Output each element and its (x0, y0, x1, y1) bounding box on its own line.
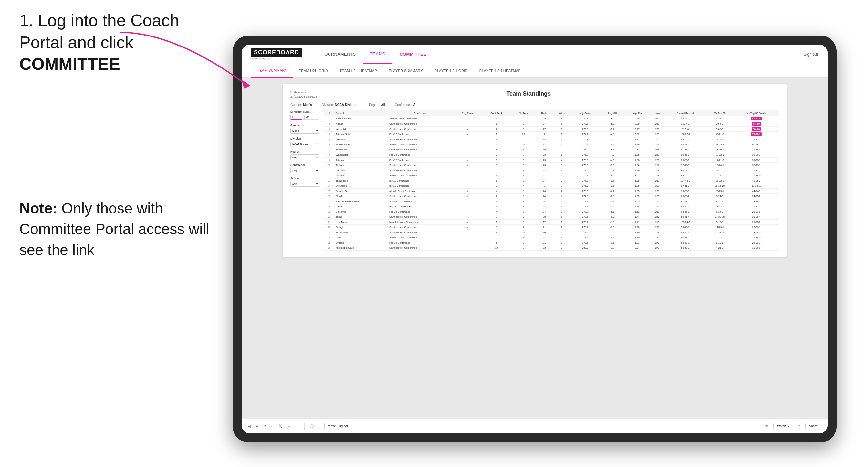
toolbar-reload[interactable]: ↺ (264, 424, 266, 428)
table-cell: 24 (536, 194, 553, 199)
table-cell: Mississippi State (334, 245, 388, 251)
sub-nav-player-summary[interactable]: PLAYER SUMMARY (383, 64, 429, 77)
table-cell: 27 (536, 127, 553, 132)
toolbar-back[interactable]: ◀ (248, 424, 251, 428)
table-cell: 18 (536, 137, 553, 142)
table-cell: 23 (536, 116, 553, 121)
toolbar-home[interactable]: ⌂ (271, 424, 273, 428)
sub-nav-team-h2h-heatmap[interactable]: TEAM H2H HEATMAP (334, 64, 383, 77)
toolbar-extra[interactable]: … (296, 424, 299, 428)
table-cell: 266 (650, 225, 665, 230)
nav-item-teams[interactable]: TEAMS (363, 44, 393, 64)
table-cell: 6 (553, 127, 570, 132)
table-cell: 8 (512, 158, 536, 163)
table-cell: – (453, 189, 481, 194)
region-select[interactable]: N/A ▾ (290, 154, 319, 160)
table-cell: 1.55 (624, 199, 650, 204)
table-cell: 276.6 (570, 189, 600, 194)
table-cell: 4 (553, 158, 570, 163)
min-rounds-slider[interactable] (290, 120, 319, 121)
table-cell: Southern Conference (388, 199, 453, 204)
table-cell: 1.30 (624, 230, 650, 235)
panel-top: Update time: 27/03/2024 16:56:26 Team St… (290, 90, 779, 98)
table-cell: -5.1 (600, 209, 625, 214)
toolbar-clock[interactable]: 🕐 (310, 424, 314, 428)
toolbar-eye-icon: 👁 (765, 424, 768, 428)
table-cell: -5.5 (600, 147, 625, 152)
school-select[interactable]: (All) ▾ (290, 181, 319, 187)
min-rounds-max[interactable] (304, 115, 317, 119)
sign-out-button[interactable]: Sign out (804, 52, 818, 57)
table-cell: 23 (536, 163, 553, 168)
table-cell: 10 (512, 230, 536, 235)
school-label: School (290, 177, 319, 180)
table-row: 13Texas TechBig 12 Conference–19272276.9… (324, 178, 779, 183)
table-cell: Southeastern Conference (388, 168, 453, 173)
nav-item-tournaments[interactable]: TOURNAMENTS (315, 44, 363, 64)
view-original-btn[interactable]: View: Original (324, 423, 351, 429)
table-cell: Big 12 Conference (388, 183, 453, 189)
division-select[interactable]: NCAA Division I ▾ (290, 141, 319, 147)
nav-divider: | (799, 51, 801, 57)
table-cell: 1.53 (624, 209, 650, 214)
table-cell: – (453, 204, 481, 209)
watch-btn[interactable]: Watch ▾ (773, 423, 793, 429)
panel: Update time: 27/03/2024 16:56:26 Team St… (283, 84, 786, 257)
table-cell: 6 (553, 173, 570, 178)
table-cell: 33-25-2 (706, 142, 734, 147)
table-cell: 1.85 (624, 183, 650, 189)
table-cell: Atlantic Coast Conference (388, 173, 453, 178)
table-cell: – (453, 209, 481, 214)
table-cell: 20-39-1 (734, 225, 779, 230)
table-cell: 23 (536, 168, 553, 173)
table-cell: 0 (553, 240, 570, 245)
table-cell: – (453, 173, 481, 178)
sub-nav-player-h2h-grid[interactable]: PLAYER H2H GRID (429, 64, 473, 77)
table-cell: 79-25-1 (734, 132, 779, 137)
table-cell: 15 (324, 189, 334, 194)
table-cell: 2 (481, 152, 512, 158)
toolbar-separator (304, 423, 305, 430)
toolbar-zoom-out[interactable]: 🔍 (278, 424, 282, 428)
table-cell: 221 (650, 235, 665, 240)
table-cell: 1 (553, 214, 570, 220)
sub-nav-player-h2h-heatmap[interactable]: PLAYER H2H HEATMAP (473, 64, 527, 77)
bottom-toolbar: ◀ ▶ ↺ ⌂ 🔍 ＋ … 🕐 View: Original 👁 Watch ▾… (242, 418, 828, 433)
table-container: # School Conference Reg Rank Conf Rank N… (324, 111, 779, 251)
table-cell: 1.41 (624, 220, 650, 225)
share-btn[interactable]: Share (805, 423, 821, 429)
table-cell: 3 (481, 158, 512, 163)
toolbar-forward[interactable]: ▶ (256, 424, 258, 428)
table-cell: 92-40-3 (665, 230, 706, 235)
table-cell: 26 (536, 189, 553, 194)
table-cell: 44-24-1 (734, 189, 779, 194)
table-cell: 82-35-1 (665, 204, 706, 209)
table-cell: 4 (481, 209, 512, 214)
table-cell: 1.98 (624, 158, 650, 163)
table-cell: 9 (512, 199, 536, 204)
conference-select[interactable]: (All) ▾ (290, 167, 319, 174)
min-rounds-label: Minimum Rou... (290, 111, 319, 114)
toolbar-add[interactable]: ＋ (287, 424, 291, 429)
table-cell: Pac-12 Conference (388, 240, 453, 245)
nav-item-committee[interactable]: COMMITTEE (393, 44, 434, 64)
table-cell: 1 (324, 116, 334, 121)
toolbar-expand[interactable]: ⤢ (798, 424, 800, 428)
table-cell: 14 (324, 183, 334, 189)
table-cell: 13-13-0 (706, 204, 734, 209)
col-overall-record: Overall Record (665, 111, 706, 116)
table-row: 17East Tennessee StateSouthern Conferenc… (324, 199, 779, 204)
table-cell: 17 (324, 199, 334, 204)
table-cell: 268 (650, 158, 665, 163)
table-cell: Texas (334, 214, 388, 220)
min-rounds-min[interactable] (290, 115, 303, 119)
table-cell: 1.44 (624, 214, 650, 220)
sub-nav-team-h2h-grid[interactable]: TEAM H2H GRID (293, 64, 334, 77)
table-cell: 2.88 (624, 121, 650, 127)
table-cell: 25 (324, 240, 334, 245)
table-cell: 262 (650, 137, 665, 142)
gender-select[interactable]: Men's ▾ (290, 128, 319, 134)
table-cell: 91-5-0 (665, 127, 706, 132)
table-cell: 11-19-0 (706, 147, 734, 152)
table-cell: -5.0 (600, 137, 625, 142)
